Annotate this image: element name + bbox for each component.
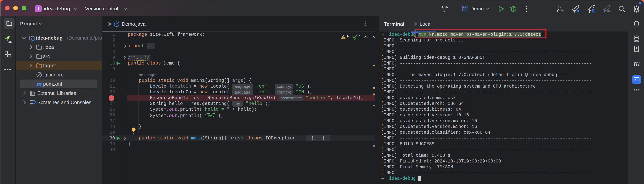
svg-text:A: A xyxy=(636,46,638,50)
svg-text:C: C xyxy=(116,23,118,26)
svg-text:JR: JR xyxy=(8,40,12,43)
